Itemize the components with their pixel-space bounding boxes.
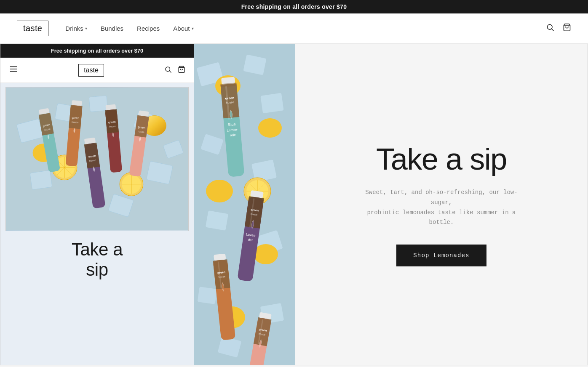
mobile-product-image: green house green house xyxy=(6,88,188,231)
mobile-title-line1: Take a xyxy=(72,239,123,259)
main-header: taste Drinks ▾ Bundles Recipes About ▾ xyxy=(0,13,588,44)
nav-item-drinks[interactable]: Drinks ▾ xyxy=(65,25,87,32)
nav-label-bundles: Bundles xyxy=(101,25,123,32)
svg-point-68 xyxy=(258,118,282,138)
mobile-header: taste xyxy=(0,58,194,83)
left-panel-mobile-preview: Free shipping on all orders over $70 tas… xyxy=(0,44,194,365)
mobile-text-section: Take a sip xyxy=(0,231,194,287)
mobile-product-card: green house green house xyxy=(5,87,189,231)
hero-image-section: green house Blue Lemon- ade xyxy=(194,44,295,365)
hero-description: Sweet, tart, and oh-so-refreshing, our l… xyxy=(357,188,526,228)
svg-point-70 xyxy=(254,244,278,264)
mobile-announcement-text: Free shipping on all orders over $70 xyxy=(51,48,143,54)
mobile-title-line2: sip xyxy=(86,260,108,279)
nav-label-drinks: Drinks xyxy=(65,25,83,32)
chevron-down-icon: ▾ xyxy=(85,26,87,31)
main-nav: Drinks ▾ Bundles Recipes About ▾ xyxy=(65,25,546,32)
mobile-search-icon[interactable] xyxy=(164,66,172,75)
svg-point-6 xyxy=(166,67,170,72)
mobile-logo[interactable]: taste xyxy=(78,64,104,77)
hero-text-section: Take a sip Sweet, tart, and oh-so-refres… xyxy=(295,44,588,365)
svg-point-69 xyxy=(206,180,233,202)
search-icon[interactable] xyxy=(546,23,554,34)
chevron-down-icon-about: ▾ xyxy=(192,26,194,31)
mobile-hero-title: Take a sip xyxy=(7,239,187,280)
cart-icon[interactable] xyxy=(563,23,571,34)
hero-bottles-illustration: green house Blue Lemon- ade xyxy=(194,44,295,365)
svg-rect-41 xyxy=(105,104,116,110)
svg-rect-98 xyxy=(213,259,230,289)
announcement-bar: Free shipping on all orders over $70 xyxy=(0,0,588,13)
svg-text:Blue: Blue xyxy=(228,122,236,127)
svg-rect-15 xyxy=(89,96,108,112)
hero-title: Take a sip xyxy=(376,143,507,176)
svg-text:der: der xyxy=(248,238,253,242)
nav-label-about: About xyxy=(173,25,190,32)
product-illustration: green house green house xyxy=(6,88,188,231)
nav-item-about[interactable]: About ▾ xyxy=(173,25,193,32)
mobile-cart-icon[interactable] xyxy=(178,66,185,75)
svg-rect-62 xyxy=(206,210,228,231)
svg-text:ade: ade xyxy=(230,133,236,137)
nav-item-recipes[interactable]: Recipes xyxy=(137,25,160,32)
announcement-text: Free shipping on all orders over $70 xyxy=(241,3,347,10)
mobile-announcement-bar: Free shipping on all orders over $70 xyxy=(0,44,194,58)
right-panel: green house Blue Lemon- ade xyxy=(194,44,588,365)
shop-lemonades-button[interactable]: Shop Lemonades xyxy=(396,245,486,266)
main-wrapper: Free shipping on all orders over $70 tas… xyxy=(0,44,588,365)
svg-line-7 xyxy=(169,71,171,72)
svg-rect-64 xyxy=(198,287,217,304)
nav-label-recipes: Recipes xyxy=(137,25,160,32)
svg-point-0 xyxy=(547,24,552,29)
svg-rect-59 xyxy=(260,93,283,114)
svg-rect-13 xyxy=(30,170,52,190)
svg-rect-96 xyxy=(214,254,226,261)
svg-rect-36 xyxy=(72,100,82,106)
mobile-header-icons xyxy=(164,66,185,75)
mobile-menu-icon[interactable] xyxy=(9,64,18,76)
svg-line-1 xyxy=(552,29,554,31)
header-icons xyxy=(546,23,571,34)
logo[interactable]: taste xyxy=(17,21,48,36)
nav-item-bundles[interactable]: Bundles xyxy=(101,25,123,32)
